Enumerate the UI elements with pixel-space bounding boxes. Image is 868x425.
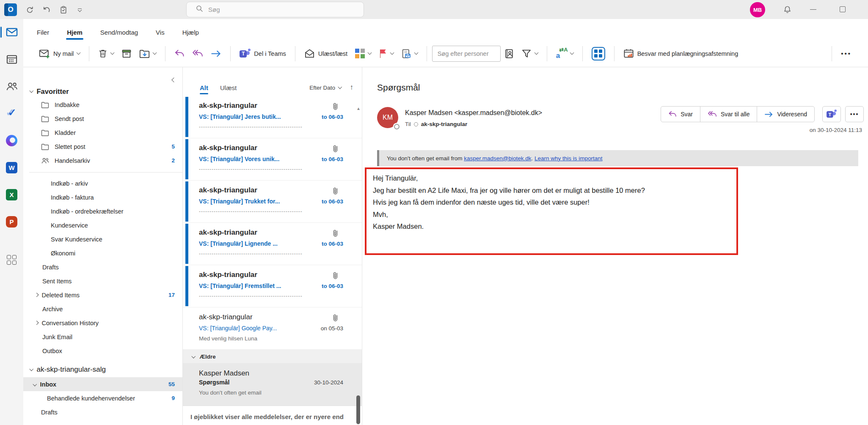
folder-item[interactable]: Indbakke: [23, 98, 182, 112]
rail-word-button[interactable]: W: [5, 160, 19, 175]
rail-apps-button[interactable]: [5, 252, 19, 267]
apps-button[interactable]: [588, 44, 609, 63]
account-avatar[interactable]: MB: [750, 2, 765, 17]
folder-item[interactable]: Conversation History: [23, 316, 182, 330]
rail-calendar-button[interactable]: [5, 52, 19, 66]
folder-item[interactable]: Økonomi: [23, 246, 182, 260]
share-to-teams-button[interactable]: T: [822, 106, 841, 122]
folder-item[interactable]: Indkøb - arkiv: [23, 176, 182, 190]
folder-item[interactable]: Outbox: [23, 344, 182, 358]
folder-item[interactable]: Drafts: [23, 405, 182, 419]
read-unread-button[interactable]: Ulæst/læst: [300, 46, 351, 61]
folder-label: Indbakke: [55, 101, 80, 108]
rail-todo-button[interactable]: ✓✓: [5, 106, 19, 121]
folder-item[interactable]: Svar Kundeservice: [23, 232, 182, 246]
scrollbar-up-icon[interactable]: ▲: [356, 106, 361, 111]
learn-why-link[interactable]: Learn why this is important: [535, 155, 603, 162]
reply-button[interactable]: [171, 47, 188, 60]
minimize-button[interactable]: [807, 5, 818, 13]
new-mail-button[interactable]: Ny mail: [35, 46, 84, 62]
reply-all-button[interactable]: Svar til alle: [700, 107, 757, 122]
toolbar-customize-caret-icon[interactable]: [75, 6, 84, 14]
more-actions-button[interactable]: •••: [845, 106, 864, 122]
rail-people-button[interactable]: [5, 79, 19, 93]
reply-all-button[interactable]: [188, 47, 207, 60]
folder-item[interactable]: Sendt post: [23, 112, 182, 126]
message-list-item[interactable]: ak-skp-triangular VS: [Triangulär] Jeres…: [183, 96, 362, 138]
forward-button[interactable]: Videresend: [757, 107, 814, 122]
ribbon-toolbar: Ny mail: [23, 40, 868, 67]
folder-item[interactable]: Handelsarkiv 2: [23, 154, 182, 167]
maximize-button[interactable]: [837, 5, 848, 13]
ribbon-tab[interactable]: Hjælp: [182, 29, 199, 36]
message-list-item[interactable]: ak-skp-triangular VS: [Triangulär] Trukk…: [183, 181, 362, 223]
folder-item[interactable]: Kundeservice: [23, 218, 182, 232]
collapse-pane-icon[interactable]: [171, 77, 176, 82]
sort-direction-icon[interactable]: ↑: [350, 83, 354, 92]
ribbon-tab[interactable]: Send/modtag: [100, 29, 138, 36]
reply-with-poll-button[interactable]: Besvar med planlægningsafstemning: [620, 46, 742, 62]
tab-unread[interactable]: Ulæst: [220, 84, 237, 91]
delete-button[interactable]: [94, 46, 118, 61]
folder-item[interactable]: Slettet post 5: [23, 140, 182, 154]
share-to-teams-button[interactable]: T Del i Teams: [236, 45, 289, 62]
ribbon-tab[interactable]: Vis: [156, 29, 165, 36]
folder-item[interactable]: Indkøb - ordrebekræftelser: [23, 204, 182, 218]
folder-item[interactable]: Behandlede kundehenvendelser 9: [23, 391, 182, 405]
rail-mail-button[interactable]: [5, 25, 19, 39]
recipient-name[interactable]: ak-skp-triangular: [421, 121, 468, 127]
message-list-item[interactable]: ak-skp-triangular VS: [Triangulär] Googl…: [183, 307, 362, 350]
move-to-button[interactable]: [135, 46, 160, 61]
search-input[interactable]: [208, 6, 344, 13]
search-people-input[interactable]: [432, 46, 501, 62]
notifications-bell-icon[interactable]: [781, 4, 793, 16]
sort-by-date-button[interactable]: Efter Dato: [309, 85, 341, 91]
unread-count: 5: [171, 143, 175, 150]
forward-button[interactable]: [207, 47, 225, 60]
folder-item[interactable]: Deleted Items 17: [23, 288, 182, 302]
folder-item[interactable]: Junk Email: [23, 330, 182, 344]
reply-all-icon: [192, 49, 203, 58]
open-envelope-icon: [304, 49, 315, 58]
sync-icon[interactable]: [24, 4, 36, 16]
toolbar-more-button[interactable]: •••: [837, 47, 855, 60]
sender-email-link[interactable]: kasper.madsen@biotek.dk: [464, 155, 531, 162]
archive-button[interactable]: [118, 46, 135, 61]
rail-powerpoint-button[interactable]: P: [5, 214, 19, 229]
message-list-item[interactable]: ak-skp-triangular VS: [Triangulär] Frems…: [183, 265, 362, 307]
group-header-older[interactable]: Ældre: [183, 350, 362, 364]
filter-button[interactable]: [518, 46, 542, 62]
scrollbar-thumb[interactable]: [356, 395, 360, 424]
message-list-item[interactable]: ak-skp-triangular VS: [Triangulär] Ligne…: [183, 223, 362, 265]
global-search-box[interactable]: [186, 2, 364, 17]
undo-icon[interactable]: [41, 4, 52, 16]
message-list-item[interactable]: ak-skp-triangular VS: [Triangulär] Vores…: [183, 138, 362, 181]
folder-label: Sent Items: [42, 278, 72, 285]
address-book-button[interactable]: [501, 46, 518, 62]
outlook-logo-icon: O: [4, 3, 17, 16]
folder-item[interactable]: Drafts: [23, 260, 182, 274]
folder-label: Behandlede kundehenvendelser: [47, 395, 135, 402]
sender-line[interactable]: Kasper Madsen <kasper.madsen@biotek.dk>: [405, 109, 542, 117]
folder-icon: [41, 143, 49, 150]
folder-item[interactable]: Kladder: [23, 126, 182, 140]
rules-button[interactable]: [397, 46, 422, 62]
rail-excel-button[interactable]: X: [5, 187, 19, 202]
rail-loop-button[interactable]: [5, 133, 19, 148]
favorites-header[interactable]: Favoritter: [23, 85, 182, 98]
folder-item[interactable]: Inbox 55: [23, 377, 182, 391]
message-list-item[interactable]: Kasper Madsen Spørgsmål 30-10-2024 You d…: [183, 364, 362, 406]
clipboard-icon[interactable]: [58, 4, 69, 16]
folder-item[interactable]: Sent Items: [23, 274, 182, 288]
folder-item[interactable]: Archive: [23, 302, 182, 316]
categorize-button[interactable]: [351, 46, 375, 61]
reply-button[interactable]: Svar: [661, 107, 700, 122]
sender-avatar[interactable]: KM: [377, 107, 398, 128]
ribbon-tab[interactable]: Hjem: [67, 29, 83, 36]
ribbon-tab[interactable]: Filer: [37, 29, 49, 36]
account-header[interactable]: ak-skp-triangular-salg: [23, 362, 182, 377]
tab-all[interactable]: Alt: [200, 84, 208, 91]
flag-button[interactable]: [375, 46, 397, 61]
folder-item[interactable]: Indkøb - faktura: [23, 190, 182, 204]
translate-button[interactable]: a⇄A: [552, 45, 577, 62]
